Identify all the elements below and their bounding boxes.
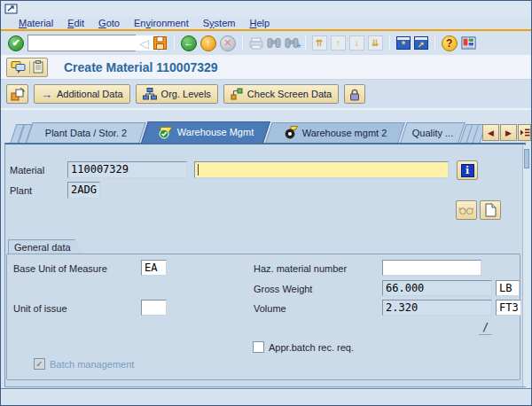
display-button [456,200,477,220]
print-icon [249,37,263,50]
services-for-object-icon [11,60,27,74]
display-change-toggle-button[interactable] [6,84,28,104]
help-icon[interactable]: ? [442,35,458,51]
tab-drum-flag-icon [284,126,298,139]
services-for-object-button[interactable] [6,58,48,77]
plant-field[interactable]: 2ADG [67,182,100,199]
tab-warehouse-mgmt[interactable]: Warehouse Mgmt [145,121,267,143]
menu-material[interactable]: Material [19,18,53,28]
title-row: Create Material 110007329 [1,55,531,80]
back-nav-icon[interactable]: ← [181,35,197,51]
display-change-toggle-icon [10,87,25,102]
additional-data-button[interactable]: → Additional Data [34,84,130,104]
last-page-icon: ⇊ [368,35,383,51]
text-cursor [198,164,199,176]
menu-goto[interactable]: Goto [98,18,120,28]
gross-weight-unit-field[interactable]: LB [496,280,520,296]
unit-of-issue-label: Unit of issue [13,303,67,314]
status-bar [1,389,531,406]
find-icon[interactable] [267,37,281,49]
customize-layout-icon[interactable] [461,36,476,50]
tab-scroll-left-icon[interactable]: ◀ [482,124,499,141]
toolbar-separator [242,35,243,51]
toolbar-separator [434,35,435,51]
menu-environment[interactable]: Environment [134,18,189,28]
check-screen-icon [231,88,243,100]
check-screen-data-button[interactable]: Check Screen Data [223,84,339,104]
standard-toolbar: ✔ ▤ ◁ ← ↑ ✕ + ⇈ ↑ ↓ ⇊ * ↗ ? [1,31,531,55]
unit-of-issue-field[interactable] [141,300,167,316]
toolbar-separator [389,35,390,51]
back-icon[interactable]: ◁ [139,37,149,50]
plant-label: Plant [10,185,32,196]
material-field[interactable]: 110007329 [67,161,187,178]
find-next-icon[interactable]: + [285,37,299,49]
previous-page-icon: ↑ [331,35,346,51]
batch-management-label: Batch management [50,359,134,370]
sap-window: Material Edit Goto Environment System He… [0,0,532,406]
glasses-icon [458,206,474,215]
right-arrow-icon: → [41,89,52,100]
menu-edit[interactable]: Edit [67,18,84,28]
page-title: Create Material 110007329 [64,60,218,74]
scrollbar-thumb[interactable] [524,149,529,168]
new-session-icon[interactable]: * [396,36,411,50]
tab-check-tag-icon [158,126,173,139]
first-page-icon: ⇈ [312,35,327,51]
material-description-field[interactable] [194,161,449,178]
slash-field[interactable]: / [479,321,492,335]
tab-quality[interactable]: Quality ... [403,122,462,143]
enter-icon[interactable]: ✔ [8,35,24,51]
new-page-icon [484,203,497,217]
next-page-icon: ↓ [349,35,364,51]
window-icon[interactable] [4,3,19,15]
volume-unit-field[interactable]: FT3 [496,300,521,316]
material-label: Material [10,165,44,176]
lock-button[interactable] [344,84,365,104]
base-unit-field[interactable]: EA [141,260,167,276]
org-chart-icon [143,88,157,100]
volume-label: Volume [254,303,286,314]
volume-field[interactable]: 2.320 [382,300,492,316]
gross-weight-label: Gross Weight [254,284,312,294]
tab-warehouse-mgmt-2[interactable]: Warehouse mgmt 2 [269,122,402,143]
org-levels-button[interactable]: Org. Levels [136,84,218,104]
info-icon: i [461,164,474,177]
menu-help[interactable]: Help [249,18,270,28]
create-shortcut-icon[interactable]: ↗ [414,36,428,50]
tab-scroll-right-icon[interactable]: ▶ [500,124,517,141]
lock-icon [348,88,361,101]
vertical-scrollbar[interactable] [522,145,530,386]
title-bar [1,1,531,17]
save-icon[interactable] [153,35,168,51]
haz-material-field[interactable] [382,260,481,276]
menu-system[interactable]: System [203,18,236,28]
general-data-group-label: General data [8,239,84,254]
command-field[interactable]: ▤ [27,35,136,51]
haz-material-label: Haz. material number [254,263,347,274]
appr-batch-checkbox[interactable] [253,341,264,353]
info-button[interactable]: i [457,160,478,180]
tab-overview-icon[interactable] [518,124,531,141]
toolbar-separator [305,35,306,51]
base-unit-label: Base Unit of Measure [13,263,107,274]
gross-weight-field[interactable]: 66.000 [382,280,492,296]
clipboard-icon [33,60,43,74]
exit-up-icon[interactable]: ↑ [200,35,216,51]
appr-batch-label: Appr.batch rec. req. [269,342,354,353]
batch-management-checkbox: ✓ [34,358,45,370]
create-button[interactable] [480,200,501,220]
menu-bar: Material Edit Goto Environment System He… [1,17,531,29]
tab-plant-data-stor-2[interactable]: Plant Data / Stor. 2 [29,122,143,143]
application-toolbar: → Additional Data Org. Levels Check Scre… [1,80,531,110]
cancel-icon: ✕ [220,35,236,51]
toolbar-separator [174,35,175,51]
